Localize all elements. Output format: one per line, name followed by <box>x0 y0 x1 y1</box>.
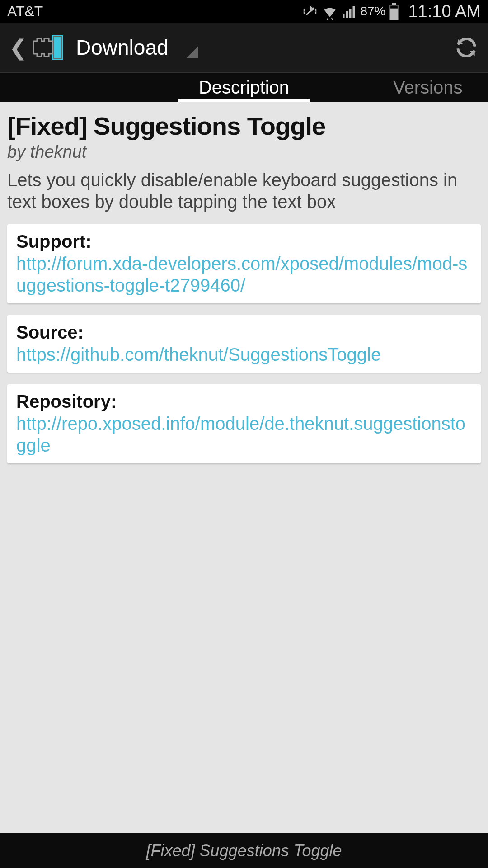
svg-rect-3 <box>353 6 355 18</box>
repository-card: Repository: http://repo.xposed.info/modu… <box>7 384 481 463</box>
back-button[interactable]: ❮ <box>9 35 27 60</box>
source-card: Source: https://github.com/theknut/Sugge… <box>7 315 481 373</box>
bottom-bar[interactable]: [Fixed] Suggestions Toggle <box>0 833 488 868</box>
status-bar: AT&T 87% 11:1 <box>0 0 488 23</box>
support-label: Support: <box>16 231 472 252</box>
bottom-download-label: [Fixed] Suggestions Toggle <box>146 841 342 860</box>
clock-label: 11:10 AM <box>408 2 481 21</box>
action-bar: ❮ Download <box>0 23 488 72</box>
title-dropdown[interactable]: Download <box>76 35 454 60</box>
module-description: Lets you quickly disable/enable keyboard… <box>7 169 481 212</box>
dropdown-indicator-icon <box>187 46 198 58</box>
svg-rect-4 <box>392 3 397 5</box>
wifi-icon <box>321 3 338 20</box>
battery-percent: 87% <box>360 4 385 19</box>
svg-rect-1 <box>346 11 348 18</box>
vibrate-muted-icon <box>301 3 319 20</box>
repository-link[interactable]: http://repo.xposed.info/module/de.theknu… <box>16 413 472 456</box>
carrier-label: AT&T <box>7 3 301 20</box>
support-link[interactable]: http://forum.xda-developers.com/xposed/m… <box>16 253 472 296</box>
svg-rect-2 <box>349 9 352 18</box>
svg-rect-0 <box>343 14 345 18</box>
repository-label: Repository: <box>16 392 472 412</box>
source-label: Source: <box>16 322 472 343</box>
support-card: Support: http://forum.xda-developers.com… <box>7 224 481 303</box>
refresh-button[interactable] <box>454 35 479 60</box>
content-area: [Fixed] Suggestions Toggle by theknut Le… <box>0 102 488 833</box>
svg-rect-6 <box>391 5 398 8</box>
source-link[interactable]: https://github.com/theknut/SuggestionsTo… <box>16 344 472 365</box>
tab-versions[interactable]: Versions <box>366 73 488 102</box>
module-author: by theknut <box>7 142 481 162</box>
tab-description[interactable]: Description <box>122 73 366 102</box>
signal-icon <box>341 3 357 19</box>
battery-icon <box>388 3 400 20</box>
module-title: [Fixed] Suggestions Toggle <box>7 111 481 141</box>
tab-bar: Description Versions <box>0 72 488 102</box>
page-title: Download <box>76 35 169 60</box>
xposed-app-icon[interactable] <box>33 35 63 60</box>
